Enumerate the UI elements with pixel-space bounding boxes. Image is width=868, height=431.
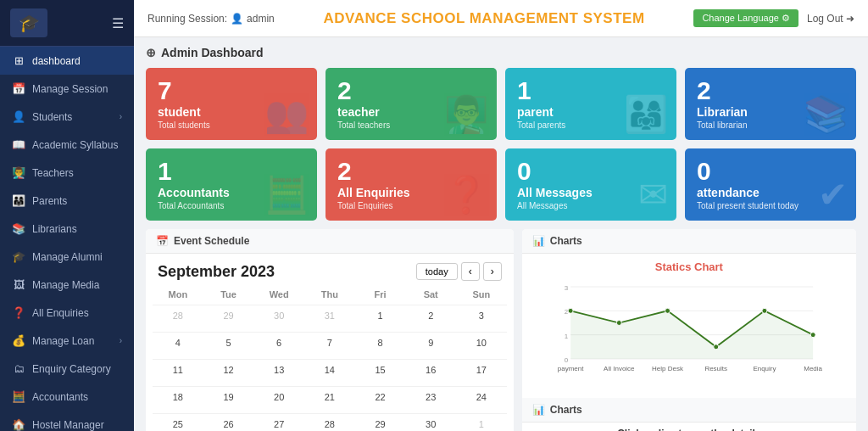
cal-cell[interactable]: 11: [153, 359, 203, 386]
stat-card-attendance[interactable]: 0 attendance Total present student today…: [685, 148, 856, 221]
logo-icon: 🎓: [10, 8, 47, 37]
calendar-next-button[interactable]: ›: [483, 262, 502, 281]
cal-cell[interactable]: 1: [456, 413, 507, 431]
sidebar-label-students: Students: [32, 111, 113, 123]
sidebar-icon-manage-loan: 💰: [12, 334, 25, 347]
cal-cell[interactable]: 28: [304, 413, 355, 431]
cal-cell[interactable]: 30: [253, 305, 304, 332]
main-area: Running Session: 👤 admin ADVANCE SCHOOL …: [134, 0, 868, 431]
cal-cell[interactable]: 20: [253, 386, 304, 413]
sidebar-item-hostel-manager[interactable]: 🏠 Hostel Manager: [0, 411, 134, 431]
calendar-month: September 2023: [158, 263, 275, 281]
sidebar-label-manage-session: Manage Session: [32, 83, 122, 95]
stat-card-librarian[interactable]: 2 Librarian Total librarian 📚: [685, 68, 856, 140]
sidebar-label-parents: Parents: [32, 195, 122, 207]
cal-cell[interactable]: 4: [153, 332, 203, 359]
sidebar: 🎓 ☰ ⊞ dashboard 📅 Manage Session 👤 Stude…: [0, 0, 134, 431]
sidebar-label-enquiry-category: Enquiry Category: [32, 363, 122, 375]
sidebar-icon-dashboard: ⊞: [12, 54, 25, 67]
sidebar-label-teachers: Teachers: [32, 167, 122, 179]
cal-cell[interactable]: 12: [203, 359, 254, 386]
sidebar-item-dashboard[interactable]: ⊞ dashboard: [0, 47, 134, 75]
svg-text:All Invoice: All Invoice: [604, 365, 635, 372]
sidebar-icon-teachers: 👨‍🏫: [12, 166, 25, 179]
sidebar-item-manage-loan[interactable]: 💰 Manage Loan ›: [0, 327, 134, 355]
cal-cell[interactable]: 29: [355, 413, 406, 431]
svg-text:0: 0: [564, 356, 568, 364]
sidebar-item-teachers[interactable]: 👨‍🏫 Teachers: [0, 159, 134, 187]
stat-card-teacher[interactable]: 2 teacher Total teachers 👨‍🏫: [326, 68, 497, 140]
stat-card-all-messages[interactable]: 0 All Messages All Messages ✉: [505, 148, 676, 221]
stats-row-2: 1 Accountants Total Accountants 🧮 2 All …: [146, 148, 856, 221]
sidebar-item-librarians[interactable]: 📚 Librarians: [0, 215, 134, 243]
cal-cell[interactable]: 31: [304, 305, 355, 332]
cal-cell[interactable]: 24: [456, 386, 507, 413]
sidebar-item-manage-alumni[interactable]: 🎓 Manage Alumni: [0, 243, 134, 271]
cal-cell[interactable]: 19: [203, 386, 254, 413]
topbar-right: Change Language ⚙ Log Out ➜: [693, 9, 854, 27]
cal-cell[interactable]: 1: [355, 305, 406, 332]
cal-cell[interactable]: 14: [304, 359, 355, 386]
chart2-subtitle: Click a slice to see the details: [522, 423, 856, 431]
cal-week-2: 11121314151617: [153, 359, 507, 386]
cal-cell[interactable]: 15: [355, 359, 406, 386]
cal-cell[interactable]: 26: [203, 413, 254, 431]
cal-cell[interactable]: 10: [456, 332, 507, 359]
cal-week-3: 18192021222324: [153, 386, 507, 413]
sidebar-item-manage-media[interactable]: 🖼 Manage Media: [0, 271, 134, 299]
sidebar-label-manage-loan: Manage Loan: [32, 335, 113, 347]
sidebar-item-parents[interactable]: 👨‍👩‍👧 Parents: [0, 187, 134, 215]
logout-button[interactable]: Log Out ➜: [807, 13, 854, 25]
session-user: admin: [247, 13, 275, 25]
sidebar-label-manage-alumni: Manage Alumni: [32, 251, 122, 263]
cal-cell[interactable]: 6: [253, 332, 304, 359]
cal-cell[interactable]: 27: [253, 413, 304, 431]
sidebar-icon-librarians: 📚: [12, 222, 25, 235]
bottom-split: 📅 Event Schedule September 2023 today ‹ …: [146, 229, 856, 431]
cal-cell[interactable]: 17: [456, 359, 507, 386]
sidebar-item-manage-session[interactable]: 📅 Manage Session: [0, 75, 134, 103]
cal-cell[interactable]: 22: [355, 386, 406, 413]
cal-cell[interactable]: 18: [153, 386, 203, 413]
svg-point-18: [810, 333, 815, 338]
chart1-section-header: 📊 Charts: [522, 229, 856, 254]
sidebar-label-dashboard: dashboard: [32, 55, 122, 67]
chart-section-label: Charts: [550, 235, 582, 247]
calendar-section-label: Event Schedule: [174, 235, 249, 247]
cal-cell[interactable]: 29: [203, 305, 254, 332]
cal-cell[interactable]: 21: [304, 386, 355, 413]
cal-cell[interactable]: 8: [355, 332, 406, 359]
sidebar-item-accountants[interactable]: 🧮 Accountants: [0, 383, 134, 411]
stat-card-accountants[interactable]: 1 Accountants Total Accountants 🧮: [146, 148, 317, 221]
cal-cell[interactable]: 23: [405, 386, 456, 413]
sidebar-item-all-enquiries[interactable]: ❓ All Enquiries: [0, 299, 134, 327]
cal-cell[interactable]: 3: [456, 305, 507, 332]
cal-cell[interactable]: 7: [304, 332, 355, 359]
cal-header-wed: Wed: [253, 286, 304, 303]
cal-cell[interactable]: 9: [405, 332, 456, 359]
stat-card-all-enquiries[interactable]: 2 All Enquiries Total Enquiries ❓: [326, 148, 497, 221]
change-language-button[interactable]: Change Language ⚙: [693, 9, 798, 27]
sidebar-item-enquiry-category[interactable]: 🗂 Enquiry Category: [0, 355, 134, 383]
stat-card-parent[interactable]: 1 parent Total parents 👨‍👩‍👧: [505, 68, 676, 140]
cal-cell[interactable]: 30: [405, 413, 456, 431]
stat-card-student[interactable]: 7 student Total students 👥: [146, 68, 317, 140]
cal-cell[interactable]: 25: [153, 413, 203, 431]
svg-point-10: [616, 321, 621, 326]
calendar-today-button[interactable]: today: [416, 263, 458, 280]
calendar-prev-button[interactable]: ‹: [461, 262, 480, 281]
chart1-svg-wrap: 0123paymentAll InvoiceHelp DeskResultsEn…: [532, 278, 846, 391]
sidebar-icon-academic-syllabus: 📖: [12, 138, 25, 151]
cal-cell[interactable]: 13: [253, 359, 304, 386]
page-header-icon: ⊕: [146, 46, 156, 59]
hamburger-icon[interactable]: ☰: [112, 15, 124, 31]
sidebar-item-students[interactable]: 👤 Students ›: [0, 103, 134, 131]
cal-cell[interactable]: 2: [405, 305, 456, 332]
cal-cell[interactable]: 28: [153, 305, 203, 332]
stat-bg-icon: ✉: [638, 174, 668, 216]
sidebar-item-academic-syllabus[interactable]: 📖 Academic Syllabus: [0, 131, 134, 159]
sidebar-arrow-manage-loan: ›: [120, 336, 122, 345]
stat-bg-icon: 👥: [264, 93, 309, 135]
cal-cell[interactable]: 5: [203, 332, 254, 359]
cal-cell[interactable]: 16: [405, 359, 456, 386]
